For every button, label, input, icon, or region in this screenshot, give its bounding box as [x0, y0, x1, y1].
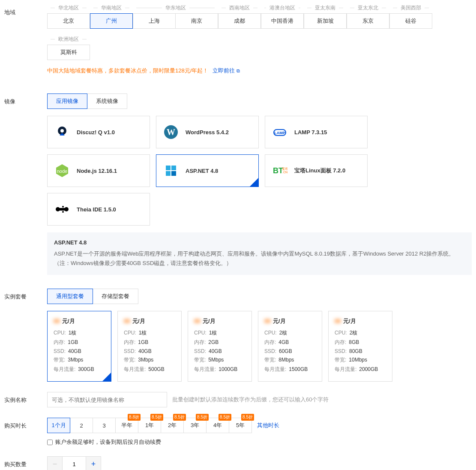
aspnet-icon [163, 163, 179, 178]
image-card[interactable]: nodeNode.js 12.16.1 [47, 154, 150, 187]
svg-rect-8 [166, 166, 171, 170]
region-label: 地域 [4, 4, 47, 83]
plan-price: 88 元/月 [124, 317, 175, 325]
plan-card[interactable]: 88 元/月 CPU:1核 内存:1GB SSD:40GB 带宽:3Mbps 每… [117, 311, 182, 382]
svg-rect-11 [171, 171, 176, 176]
lamp-icon: LAMP [272, 124, 287, 140]
external-link-icon: ⧉ [237, 68, 240, 73]
svg-text:W: W [167, 127, 175, 137]
image-card[interactable]: WWordPress 5.4.2 [156, 116, 259, 148]
svg-rect-9 [171, 166, 176, 170]
region-button[interactable]: 广州 [90, 13, 133, 29]
svg-text:LAMP: LAMP [274, 131, 285, 135]
duration-label: 购买时长 [4, 418, 47, 446]
duration-button[interactable]: 半年8.8折 [115, 418, 138, 433]
plan-card[interactable]: 88 元/月 CPU:2核 内存:8GB SSD:80GB 带宽:10Mbps … [328, 311, 392, 382]
promo-link[interactable]: 立即前往 ⧉ [213, 67, 240, 74]
region-group-header: 亚太东南 [304, 4, 347, 12]
image-tab[interactable]: 系统镜像 [87, 93, 127, 109]
region-button[interactable]: 东京 [347, 13, 389, 29]
image-card-name: LAMP 7.3.15 [294, 129, 327, 136]
plan-card[interactable]: 88 元/月 CPU:1核 内存:2GB SSD:40GB 带宽:5Mbps 每… [188, 311, 252, 382]
plan-card[interactable]: 88 元/月 CPU:1核 内存:1GB SSD:40GB 带宽:3Mbps 每… [47, 311, 111, 382]
image-description: ASP.NET 4.8 ASP.NET是一个开源的服务端Web应用程序框架，用于… [47, 232, 472, 275]
nodejs-icon: node [54, 163, 70, 178]
region-group-header: 西南地区 [218, 4, 261, 12]
image-card-name: Theia IDE 1.5.0 [77, 206, 116, 213]
other-duration-link[interactable]: 其他时长 [257, 422, 279, 429]
auto-renew-label: 账户余额足够时，设备到期后按月自动续费 [55, 438, 161, 446]
svg-rect-10 [166, 171, 171, 176]
svg-point-1 [60, 129, 64, 133]
svg-rect-17 [58, 208, 66, 211]
discount-badge: 8.8折 [128, 414, 141, 421]
region-group-header: 华北地区 [47, 4, 90, 12]
plan-price: 88 元/月 [335, 317, 386, 325]
svg-text:node: node [57, 169, 67, 174]
image-card[interactable]: Discuz! Q v1.0 [47, 116, 150, 148]
quantity-input[interactable] [63, 456, 86, 470]
region-button[interactable]: 成都 [218, 13, 261, 29]
region-button[interactable]: 中国香港 [261, 13, 304, 29]
region-button[interactable]: 南京 [175, 13, 218, 29]
duration-button[interactable]: 2 [70, 418, 93, 433]
discount-badge: 8.5折 [173, 414, 186, 421]
instance-name-hint: 批量创建时默认添加连续数字作为后缀，您还可以输入60个字符 [172, 396, 329, 404]
plan-tab[interactable]: 存储型套餐 [93, 289, 138, 304]
region-group-header: 亚太东北 [347, 4, 389, 12]
discount-badge: 8.5折 [196, 414, 209, 421]
instance-name-label: 实例名称 [4, 392, 47, 407]
plan-card[interactable]: 88 元/月 CPU:2核 内存:4GB SSD:60GB 带宽:8Mbps 每… [258, 311, 322, 382]
region-group-header: 美国西部 [389, 4, 432, 12]
svg-point-19 [62, 211, 64, 213]
svg-point-18 [62, 206, 64, 208]
plan-price: 88 元/月 [194, 317, 245, 325]
instance-name-input[interactable] [47, 392, 167, 407]
region-button[interactable]: 新加坡 [304, 13, 347, 29]
promo-banner: 中国大陆地域套餐特惠，多款套餐冰点价，限时限量128元/年起！ 立即前往 ⧉ [47, 67, 472, 75]
image-tab[interactable]: 应用镜像 [47, 93, 87, 109]
region-group-header: 华南地区 [90, 4, 133, 12]
quantity-label: 购买数量 [4, 456, 47, 470]
image-card[interactable]: ASP.NET 4.8 [156, 154, 259, 187]
duration-button[interactable]: 5年8.5折 [229, 418, 252, 433]
svg-text:宝塔: 宝塔 [282, 167, 287, 170]
image-card-name: WordPress 5.4.2 [186, 129, 229, 136]
discount-badge: 8.5折 [150, 414, 163, 421]
auto-renew-checkbox[interactable] [47, 440, 53, 445]
plan-price: 88 元/月 [54, 317, 105, 325]
duration-button[interactable]: 3年8.5折 [183, 418, 207, 433]
region-button[interactable]: 上海 [133, 13, 176, 29]
wordpress-icon: W [163, 124, 179, 140]
image-card[interactable]: BT宝塔.CN宝塔Linux面板 7.2.0 [265, 154, 368, 187]
region-group-header: 港澳台地区 [261, 4, 304, 12]
image-card-name: ASP.NET 4.8 [186, 168, 218, 174]
image-card[interactable]: Theia IDE 1.5.0 [47, 193, 150, 226]
region-group-header: 欧洲地区 [47, 36, 90, 43]
image-card-name: 宝塔Linux面板 7.2.0 [294, 167, 345, 175]
duration-button[interactable]: 2年8.5折 [161, 418, 184, 433]
discount-badge: 8.5折 [219, 414, 231, 421]
bt-icon: BT宝塔.CN [272, 163, 287, 178]
theia-icon [54, 202, 70, 217]
image-card-name: Discuz! Q v1.0 [77, 129, 115, 136]
svg-text:.CN: .CN [282, 171, 287, 174]
quantity-plus-button[interactable]: + [86, 456, 101, 470]
image-label: 镜像 [4, 93, 47, 278]
quantity-minus-button[interactable]: − [47, 456, 63, 470]
plan-tab[interactable]: 通用型套餐 [47, 289, 93, 304]
image-card[interactable]: LAMPLAMP 7.3.15 [265, 116, 368, 148]
region-button[interactable]: 莫斯科 [47, 45, 90, 60]
duration-button[interactable]: 1年8.5折 [138, 418, 161, 433]
discuz-icon [54, 124, 70, 140]
duration-button[interactable]: 4年8.5折 [206, 418, 229, 433]
region-button[interactable]: 硅谷 [389, 13, 432, 29]
region-button[interactable]: 北京 [47, 13, 90, 29]
plan-label: 实例套餐 [4, 289, 47, 382]
plan-price: 88 元/月 [264, 317, 316, 325]
image-card-name: Node.js 12.16.1 [77, 168, 117, 174]
discount-badge: 8.5折 [241, 414, 254, 421]
region-group-header: 华东地区 [133, 4, 218, 12]
duration-button[interactable]: 3 [93, 418, 116, 433]
duration-button[interactable]: 1个月 [47, 418, 70, 433]
